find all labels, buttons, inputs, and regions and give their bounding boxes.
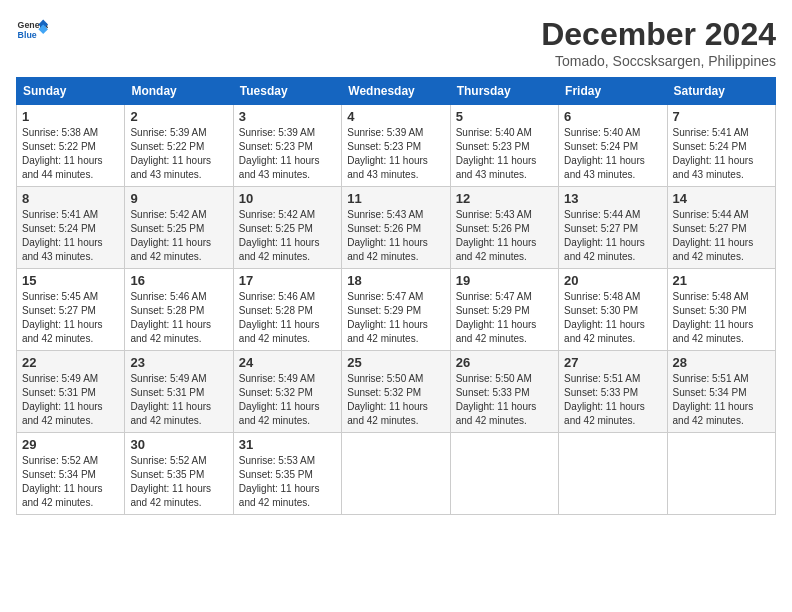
day-info: Sunrise: 5:40 AM Sunset: 5:23 PM Dayligh… [456,126,553,182]
day-number: 28 [673,355,770,370]
day-number: 14 [673,191,770,206]
calendar-cell [559,433,667,515]
calendar-cell: 31Sunrise: 5:53 AM Sunset: 5:35 PM Dayli… [233,433,341,515]
day-number: 15 [22,273,119,288]
day-info: Sunrise: 5:49 AM Sunset: 5:31 PM Dayligh… [130,372,227,428]
day-info: Sunrise: 5:44 AM Sunset: 5:27 PM Dayligh… [673,208,770,264]
location-title: Tomado, Soccsksargen, Philippines [541,53,776,69]
calendar-cell: 12Sunrise: 5:43 AM Sunset: 5:26 PM Dayli… [450,187,558,269]
day-info: Sunrise: 5:40 AM Sunset: 5:24 PM Dayligh… [564,126,661,182]
weekday-header-friday: Friday [559,78,667,105]
day-number: 18 [347,273,444,288]
svg-text:Blue: Blue [18,30,37,40]
day-info: Sunrise: 5:49 AM Sunset: 5:31 PM Dayligh… [22,372,119,428]
day-info: Sunrise: 5:41 AM Sunset: 5:24 PM Dayligh… [22,208,119,264]
day-number: 31 [239,437,336,452]
day-info: Sunrise: 5:48 AM Sunset: 5:30 PM Dayligh… [564,290,661,346]
week-row-3: 15Sunrise: 5:45 AM Sunset: 5:27 PM Dayli… [17,269,776,351]
day-info: Sunrise: 5:39 AM Sunset: 5:23 PM Dayligh… [239,126,336,182]
calendar-cell: 21Sunrise: 5:48 AM Sunset: 5:30 PM Dayli… [667,269,775,351]
weekday-header-row: SundayMondayTuesdayWednesdayThursdayFrid… [17,78,776,105]
calendar-cell: 15Sunrise: 5:45 AM Sunset: 5:27 PM Dayli… [17,269,125,351]
day-info: Sunrise: 5:53 AM Sunset: 5:35 PM Dayligh… [239,454,336,510]
calendar-cell: 18Sunrise: 5:47 AM Sunset: 5:29 PM Dayli… [342,269,450,351]
day-info: Sunrise: 5:44 AM Sunset: 5:27 PM Dayligh… [564,208,661,264]
week-row-5: 29Sunrise: 5:52 AM Sunset: 5:34 PM Dayli… [17,433,776,515]
day-info: Sunrise: 5:42 AM Sunset: 5:25 PM Dayligh… [239,208,336,264]
day-number: 5 [456,109,553,124]
calendar-cell: 14Sunrise: 5:44 AM Sunset: 5:27 PM Dayli… [667,187,775,269]
day-number: 10 [239,191,336,206]
day-number: 29 [22,437,119,452]
day-info: Sunrise: 5:47 AM Sunset: 5:29 PM Dayligh… [456,290,553,346]
weekday-header-monday: Monday [125,78,233,105]
day-info: Sunrise: 5:48 AM Sunset: 5:30 PM Dayligh… [673,290,770,346]
day-info: Sunrise: 5:39 AM Sunset: 5:22 PM Dayligh… [130,126,227,182]
logo-icon: General Blue [16,16,48,44]
calendar-cell [667,433,775,515]
calendar-cell [450,433,558,515]
logo: General Blue [16,16,48,44]
week-row-2: 8Sunrise: 5:41 AM Sunset: 5:24 PM Daylig… [17,187,776,269]
weekday-header-saturday: Saturday [667,78,775,105]
day-info: Sunrise: 5:43 AM Sunset: 5:26 PM Dayligh… [456,208,553,264]
calendar-cell: 5Sunrise: 5:40 AM Sunset: 5:23 PM Daylig… [450,105,558,187]
day-info: Sunrise: 5:46 AM Sunset: 5:28 PM Dayligh… [239,290,336,346]
day-number: 25 [347,355,444,370]
day-info: Sunrise: 5:42 AM Sunset: 5:25 PM Dayligh… [130,208,227,264]
calendar-cell: 1Sunrise: 5:38 AM Sunset: 5:22 PM Daylig… [17,105,125,187]
day-info: Sunrise: 5:45 AM Sunset: 5:27 PM Dayligh… [22,290,119,346]
day-info: Sunrise: 5:52 AM Sunset: 5:35 PM Dayligh… [130,454,227,510]
day-number: 12 [456,191,553,206]
day-info: Sunrise: 5:47 AM Sunset: 5:29 PM Dayligh… [347,290,444,346]
day-number: 6 [564,109,661,124]
calendar-cell: 30Sunrise: 5:52 AM Sunset: 5:35 PM Dayli… [125,433,233,515]
day-number: 16 [130,273,227,288]
calendar-cell [342,433,450,515]
day-number: 3 [239,109,336,124]
day-number: 19 [456,273,553,288]
weekday-header-thursday: Thursday [450,78,558,105]
week-row-4: 22Sunrise: 5:49 AM Sunset: 5:31 PM Dayli… [17,351,776,433]
day-number: 20 [564,273,661,288]
day-number: 13 [564,191,661,206]
calendar-cell: 7Sunrise: 5:41 AM Sunset: 5:24 PM Daylig… [667,105,775,187]
calendar-cell: 10Sunrise: 5:42 AM Sunset: 5:25 PM Dayli… [233,187,341,269]
day-number: 2 [130,109,227,124]
calendar-cell: 24Sunrise: 5:49 AM Sunset: 5:32 PM Dayli… [233,351,341,433]
day-info: Sunrise: 5:51 AM Sunset: 5:33 PM Dayligh… [564,372,661,428]
title-area: December 2024 Tomado, Soccsksargen, Phil… [541,16,776,69]
day-info: Sunrise: 5:52 AM Sunset: 5:34 PM Dayligh… [22,454,119,510]
day-number: 30 [130,437,227,452]
month-title: December 2024 [541,16,776,53]
calendar-cell: 13Sunrise: 5:44 AM Sunset: 5:27 PM Dayli… [559,187,667,269]
day-number: 22 [22,355,119,370]
calendar-cell: 28Sunrise: 5:51 AM Sunset: 5:34 PM Dayli… [667,351,775,433]
day-number: 24 [239,355,336,370]
calendar-cell: 9Sunrise: 5:42 AM Sunset: 5:25 PM Daylig… [125,187,233,269]
day-number: 9 [130,191,227,206]
calendar-cell: 29Sunrise: 5:52 AM Sunset: 5:34 PM Dayli… [17,433,125,515]
day-info: Sunrise: 5:39 AM Sunset: 5:23 PM Dayligh… [347,126,444,182]
calendar-cell: 27Sunrise: 5:51 AM Sunset: 5:33 PM Dayli… [559,351,667,433]
header: General Blue December 2024 Tomado, Soccs… [16,16,776,69]
calendar-cell: 19Sunrise: 5:47 AM Sunset: 5:29 PM Dayli… [450,269,558,351]
day-number: 17 [239,273,336,288]
day-info: Sunrise: 5:38 AM Sunset: 5:22 PM Dayligh… [22,126,119,182]
day-info: Sunrise: 5:43 AM Sunset: 5:26 PM Dayligh… [347,208,444,264]
day-info: Sunrise: 5:51 AM Sunset: 5:34 PM Dayligh… [673,372,770,428]
calendar-cell: 6Sunrise: 5:40 AM Sunset: 5:24 PM Daylig… [559,105,667,187]
day-number: 26 [456,355,553,370]
day-info: Sunrise: 5:41 AM Sunset: 5:24 PM Dayligh… [673,126,770,182]
day-info: Sunrise: 5:46 AM Sunset: 5:28 PM Dayligh… [130,290,227,346]
day-number: 11 [347,191,444,206]
day-number: 21 [673,273,770,288]
calendar-cell: 2Sunrise: 5:39 AM Sunset: 5:22 PM Daylig… [125,105,233,187]
calendar-cell: 4Sunrise: 5:39 AM Sunset: 5:23 PM Daylig… [342,105,450,187]
day-number: 8 [22,191,119,206]
day-info: Sunrise: 5:50 AM Sunset: 5:32 PM Dayligh… [347,372,444,428]
day-number: 27 [564,355,661,370]
day-number: 4 [347,109,444,124]
weekday-header-wednesday: Wednesday [342,78,450,105]
calendar-cell: 26Sunrise: 5:50 AM Sunset: 5:33 PM Dayli… [450,351,558,433]
